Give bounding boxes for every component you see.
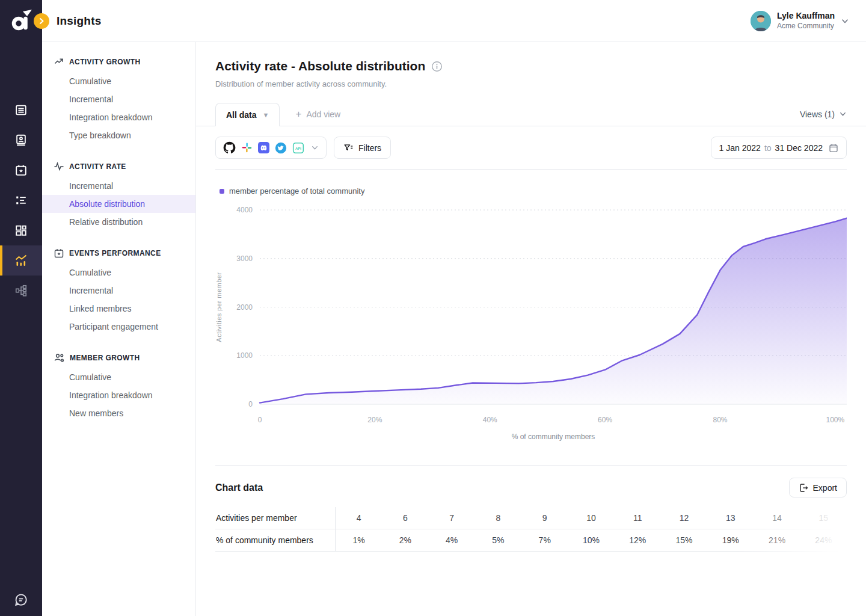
sidebar-collapse-toggle[interactable] [34,13,49,29]
sidebar-rail-flow[interactable] [0,276,42,306]
tab-all-data-label: All data [226,110,257,120]
export-label: Export [813,483,837,493]
sidebar-section-member-growth: MEMBER GROWTHCumulativeIntegration break… [42,349,195,422]
sidebar-rail-feed[interactable] [0,95,42,125]
sidebar-item-activity-growth-integration-breakdown[interactable]: Integration breakdown [42,108,195,126]
y-tick-label: 1000 [236,351,253,360]
support-chat-button[interactable] [0,592,42,608]
sidebar-section-events-performance: EVENTS PERFORMANCECumulativeIncrementalL… [42,244,195,336]
views-label: Views (1) [800,109,835,119]
main-content: Activity rate - Absolute distribution Di… [196,42,866,552]
x-tick-label: 0 [258,416,262,424]
sidebar-item-events-performance-participant-engagement[interactable]: Participant engagement [42,318,195,336]
area-fill [260,218,847,404]
views-dropdown[interactable]: Views (1) [800,102,847,126]
sidebar-section-label: EVENTS PERFORMANCE [69,249,161,257]
chevron-down-icon [839,110,847,118]
sidebar-rail-members[interactable] [0,125,42,155]
table-cell: 9 [521,507,568,529]
slack-icon [241,142,253,153]
info-icon[interactable] [431,61,443,72]
y-tick-label: 0 [248,400,253,408]
svg-text:API: API [295,146,301,150]
table-row-label: % of community members [215,529,336,551]
table-cell: 10% [568,529,614,551]
discord-icon [258,142,269,153]
sidebar-section-activity-growth: ACTIVITY GROWTHCumulativeIncrementalInte… [42,53,195,144]
integrations-filter[interactable]: API [215,137,327,159]
members-icon [14,134,28,147]
user-menu[interactable]: Lyle Kauffman Acme Community [751,11,849,31]
sidebar-item-activity-rate-incremental[interactable]: Incremental [42,177,195,195]
sidebar-item-activity-growth-type-breakdown[interactable]: Type breakdown [42,126,195,144]
date-range-picker[interactable]: 1 Jan 2022 to 31 Dec 2022 [711,137,847,159]
sidebar-item-events-performance-cumulative[interactable]: Cumulative [42,263,195,282]
trend-up-icon [54,57,64,67]
x-tick-label: 80% [713,416,727,424]
export-button[interactable]: Export [789,478,847,497]
filter-icon [343,143,354,153]
sidebar-section-label: MEMBER GROWTH [70,354,140,362]
table-cell: 5% [475,529,521,551]
tab-all-data[interactable]: All data ▼ [215,103,280,126]
chevron-right-icon [38,17,45,25]
member-growth-icon [54,353,64,363]
chevron-down-icon [841,17,849,25]
table-cell: 8 [475,507,521,529]
feed-icon [14,103,28,117]
x-tick-label: 20% [367,416,382,424]
sidebar-rail-dashboard[interactable] [0,215,42,245]
support-chat-icon [13,592,29,608]
chart-section: member percentage of total community 010… [196,170,866,443]
user-org: Acme Community [777,22,835,31]
table-cell: 1% [336,529,382,551]
table-cell: 7% [521,529,568,551]
x-axis-title: % of community members [512,433,595,441]
table-row-label: Activities per member [215,507,336,529]
top-header: Insights Lyle Kauffman Acme Community [42,0,866,42]
page-title: Activity rate - Absolute distribution [215,59,425,73]
api-icon: API [292,142,304,154]
events-icon [14,164,28,177]
sidebar-section-activity-rate: ACTIVITY RATEIncrementalAbsolute distrib… [42,158,195,231]
table-cell: 19% [707,529,754,551]
sidebar-section-header: EVENTS PERFORMANCE [42,244,195,263]
table-cell: 10 [568,507,614,529]
page-header-title: Insights [57,14,101,28]
date-to: 31 Dec 2022 [775,143,823,153]
flow-icon [14,284,28,297]
sidebar-item-activity-growth-incremental[interactable]: Incremental [42,90,195,108]
sidebar-item-activity-rate-relative-distribution[interactable]: Relative distribution [42,213,195,231]
table-cell: 12 [661,507,707,529]
sidebar-item-activity-growth-cumulative[interactable]: Cumulative [42,72,195,90]
activity-distribution-chart[interactable]: 01000200030004000020%40%60%80%100%% of c… [215,203,847,443]
crowd-logo-icon [10,10,32,32]
y-tick-label: 2000 [236,303,253,312]
twitter-icon [275,142,287,154]
y-tick-label: 3000 [236,254,253,263]
sidebar-item-member-growth-integration-breakdown[interactable]: Integration breakdown [42,386,195,404]
legend-label: member percentage of total community [229,186,364,196]
y-tick-label: 4000 [236,206,253,214]
sidebar-rail-insights[interactable] [0,245,42,276]
x-tick-label: 40% [483,416,497,424]
sidebar-item-member-growth-new-members[interactable]: New members [42,404,195,422]
table-cell: 4% [429,529,475,551]
sidebar-rail-reports[interactable] [0,185,42,215]
sidebar-item-events-performance-incremental[interactable]: Incremental [42,282,195,300]
caret-down-icon: ▼ [263,111,269,119]
table-heading: Chart data [215,482,263,493]
avatar [751,11,771,31]
filters-button[interactable]: Filters [334,137,391,159]
sidebar-item-activity-rate-absolute-distribution[interactable]: Absolute distribution [42,195,195,213]
x-tick-label: 60% [598,416,612,424]
sidebar-item-member-growth-cumulative[interactable]: Cumulative [42,368,195,386]
sidebar-rail-events[interactable] [0,155,42,185]
sidebar-item-events-performance-linked-membres[interactable]: Linked membres [42,300,195,318]
add-view-button[interactable]: + Add view [284,102,351,126]
add-view-label: Add view [306,109,340,119]
github-icon [223,141,236,154]
reports-icon [14,194,28,207]
chart-legend: member percentage of total community [215,186,847,196]
table-row: Activities per member46789101112131415 [215,507,847,529]
